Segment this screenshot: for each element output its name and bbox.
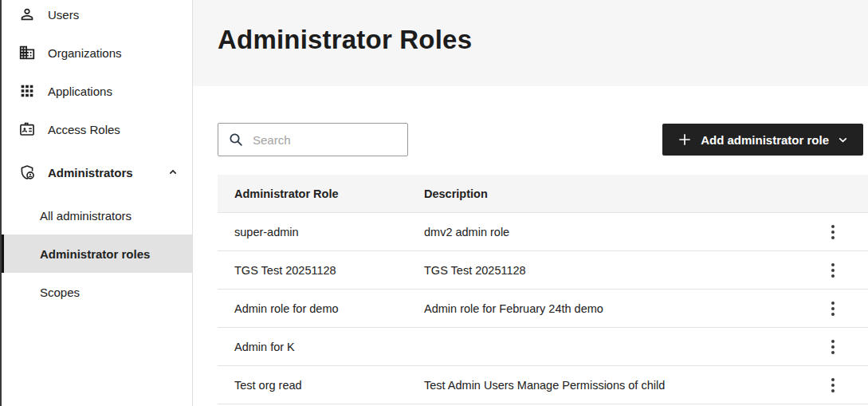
sidebar-subitem-label: All administrators: [40, 209, 132, 223]
page-title: Administrator Roles: [218, 25, 472, 55]
content-area: Add administrator role Administrator Rol…: [193, 86, 868, 406]
row-actions-menu-button[interactable]: [823, 258, 842, 282]
add-administrator-role-button[interactable]: Add administrator role: [662, 124, 863, 156]
chevron-down-icon: [837, 134, 849, 146]
apps-grid-icon: [18, 81, 37, 101]
kebab-icon: [831, 378, 835, 381]
table-header-row: Administrator Role Description: [218, 175, 868, 213]
sidebar-item-access-roles[interactable]: Access Roles: [2, 110, 192, 148]
sidebar-item-all-administrators[interactable]: All administrators: [2, 196, 192, 235]
column-header-administrator-role: Administrator Role: [218, 187, 407, 200]
search-input[interactable]: [251, 132, 398, 148]
cell-role: Test org read: [218, 379, 407, 392]
app-root: Users Organizations Applications: [0, 0, 868, 406]
chevron-up-icon: [167, 166, 179, 179]
kebab-icon: [831, 225, 835, 228]
add-button-label: Add administrator role: [701, 133, 829, 147]
sidebar-subitem-label: Administrator roles: [40, 247, 150, 261]
left-edge-strip: [0, 0, 2, 406]
person-icon: [18, 5, 37, 24]
table-row[interactable]: Admin for K: [218, 328, 868, 366]
row-actions-menu-button[interactable]: [823, 297, 842, 321]
row-actions-menu-button[interactable]: [823, 220, 842, 244]
row-actions-menu-button[interactable]: [823, 335, 842, 359]
row-actions-menu-button[interactable]: [823, 373, 842, 397]
sidebar-item-administrators[interactable]: Administrators: [2, 153, 192, 191]
cell-description: Test Admin Users Manage Permissions of c…: [407, 379, 798, 392]
cell-description: dmv2 admin role: [407, 226, 798, 238]
sidebar-item-label: Organizations: [48, 46, 122, 60]
cell-role: Admin for K: [218, 341, 407, 353]
cell-description: TGS Test 20251128: [407, 264, 798, 277]
sidebar: Users Organizations Applications: [2, 0, 193, 406]
cell-description: Admin role for February 24th demo: [407, 302, 798, 315]
sidebar-item-label: Applications: [48, 85, 112, 98]
main-content: Administrator Roles Add administrator ro…: [193, 0, 868, 406]
sidebar-item-applications[interactable]: Applications: [2, 72, 192, 110]
kebab-icon: [831, 340, 835, 343]
table-row[interactable]: Test org read Test Admin Users Manage Pe…: [218, 366, 868, 404]
sidebar-item-label: Users: [48, 8, 79, 22]
kebab-icon: [831, 263, 835, 266]
sidebar-subitem-label: Scopes: [40, 286, 80, 299]
cell-role: super-admin: [218, 226, 407, 238]
page-header: Administrator Roles: [193, 0, 868, 86]
building-icon: [18, 43, 37, 62]
badge-icon: [18, 120, 37, 139]
table-row[interactable]: TGS Test 20251128 TGS Test 20251128: [218, 251, 868, 290]
toolbar: Add administrator role: [218, 123, 863, 156]
search-box[interactable]: [218, 123, 408, 156]
kebab-icon: [831, 302, 835, 305]
sidebar-item-administrator-roles[interactable]: Administrator roles: [2, 235, 192, 273]
plus-icon: [677, 132, 693, 148]
cell-role: Admin role for demo: [218, 302, 407, 315]
cell-role: TGS Test 20251128: [218, 264, 407, 277]
sidebar-item-users[interactable]: Users: [2, 0, 192, 34]
search-icon: [228, 132, 244, 148]
table-row[interactable]: super-admin dmv2 admin role: [218, 213, 868, 251]
column-header-description: Description: [407, 187, 798, 200]
sidebar-item-scopes[interactable]: Scopes: [2, 273, 192, 311]
sidebar-item-label: Access Roles: [48, 123, 120, 136]
shield-person-icon: [18, 163, 37, 182]
sidebar-item-organizations[interactable]: Organizations: [2, 34, 192, 72]
sidebar-item-label: Administrators: [48, 166, 133, 179]
administrator-roles-table: Administrator Role Description super-adm…: [218, 175, 868, 404]
table-row[interactable]: Admin role for demo Admin role for Febru…: [218, 290, 868, 328]
